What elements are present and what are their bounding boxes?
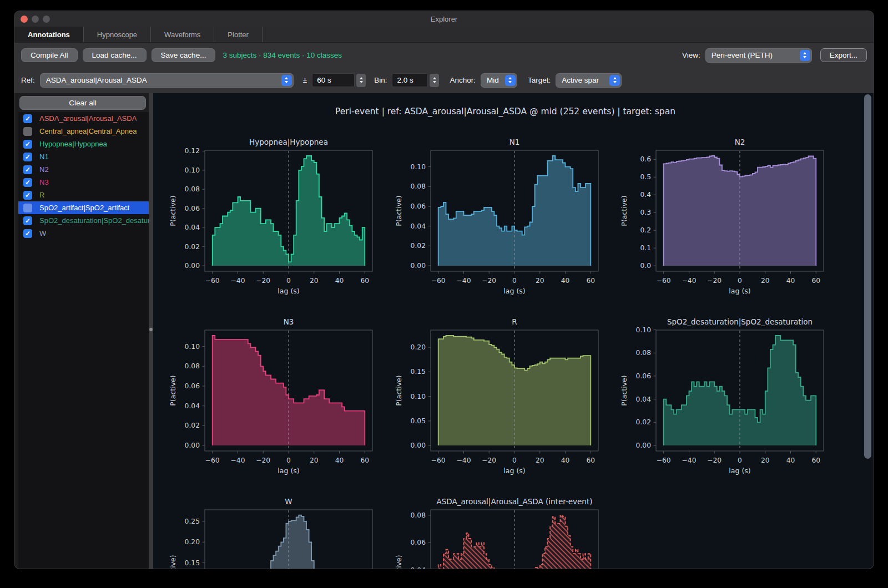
save-cache-button[interactable]: Save cache... [152,48,216,62]
close-window-button[interactable] [21,16,28,23]
chart-n2: N20.00.10.20.30.40.50.6−60−40−200204060l… [604,131,830,311]
svg-text:0.5: 0.5 [640,173,651,181]
svg-text:lag (s): lag (s) [729,287,750,295]
svg-text:0.00: 0.00 [410,262,425,270]
class-label: N3 [39,178,49,186]
anchor-select[interactable]: Mid [481,73,517,88]
checkbox-checked-icon[interactable]: ✓ [23,229,32,238]
svg-text:P(active): P(active) [395,555,403,569]
class-row-n2[interactable]: ✓N2 [18,163,149,176]
svg-text:0.06: 0.06 [410,202,426,210]
checkbox-checked-icon[interactable]: ✓ [23,165,32,174]
window-seconds-input[interactable]: 60 s [312,73,355,87]
class-row-r[interactable]: ✓R [18,189,149,201]
svg-text:0: 0 [286,457,291,464]
load-cache-button[interactable]: Load cache... [83,48,147,62]
svg-text:−20: −20 [482,277,496,285]
class-row-w[interactable]: ✓W [18,227,149,240]
bin-label: Bin: [374,76,387,84]
minimize-window-button[interactable] [32,16,39,23]
svg-text:lag (s): lag (s) [503,467,525,475]
svg-text:0: 0 [512,457,517,464]
class-row-spo2_desaturation[interactable]: ✓SpO2_desaturation|SpO2_desaturation [18,214,149,227]
bin-seconds-stepper[interactable] [430,74,439,87]
target-select[interactable]: Active spar [556,73,622,88]
checkbox-unchecked-icon[interactable] [23,127,32,136]
view-select-value: Peri-event (PETH) [712,51,795,59]
svg-text:0.06: 0.06 [185,382,200,390]
svg-text:Hypopnea|Hypopnea: Hypopnea|Hypopnea [249,138,328,147]
svg-text:60: 60 [360,457,369,464]
clear-all-button[interactable]: Clear all [19,96,146,110]
svg-text:−60: −60 [657,457,671,464]
tab-waveforms[interactable]: Waveforms [151,27,214,42]
chart-hypopnea: Hypopnea|Hypopnea0.000.020.040.060.080.1… [153,131,379,311]
svg-text:0.10: 0.10 [185,343,200,351]
svg-text:−60: −60 [431,457,445,464]
svg-text:20: 20 [535,277,544,285]
svg-text:40: 40 [561,277,569,285]
svg-text:0.10: 0.10 [636,326,651,334]
class-row-asda_arousal[interactable]: ✓ASDA_arousal|Arousal_ASDA [18,112,149,125]
checkbox-unchecked-icon[interactable] [23,204,32,212]
svg-text:60: 60 [811,457,820,464]
svg-text:−60: −60 [431,277,445,285]
pane-splitter[interactable] [149,93,153,569]
svg-text:0: 0 [738,457,742,464]
svg-text:−60: −60 [205,277,220,285]
export-button[interactable]: Export... [820,48,867,62]
bin-seconds-input[interactable]: 2.0 s [392,73,428,87]
class-row-spo2_artifact[interactable]: SpO2_artifact|SpO2_artifact [18,201,149,214]
svg-text:0.3: 0.3 [640,209,651,216]
svg-text:0.20: 0.20 [410,343,425,351]
class-row-hypopnea[interactable]: ✓Hypopnea|Hypopnea [18,138,149,150]
svg-text:0.02: 0.02 [410,242,425,250]
svg-text:0.10: 0.10 [410,393,425,401]
chart-w: W0.000.050.100.150.200.25−60−40−20020406… [153,490,379,569]
chart-n1: N10.000.020.040.060.080.10−60−40−2002040… [379,131,604,311]
svg-text:40: 40 [786,277,795,285]
charts-grid: Hypopnea|Hypopnea0.000.020.040.060.080.1… [153,93,857,569]
svg-text:0.08: 0.08 [410,511,425,519]
svg-text:0.06: 0.06 [410,539,426,546]
checkbox-checked-icon[interactable]: ✓ [23,114,32,123]
tab-plotter[interactable]: Plotter [214,27,263,42]
tab-hypnoscope[interactable]: Hypnoscope [84,27,151,42]
checkbox-checked-icon[interactable]: ✓ [23,153,32,161]
checkbox-checked-icon[interactable]: ✓ [23,140,32,149]
window-seconds-stepper[interactable] [356,74,366,87]
vertical-scrollbar-thumb[interactable] [864,94,871,459]
svg-text:40: 40 [335,277,344,285]
ref-select-value: ASDA_arousal|Arousal_ASDA [46,76,277,84]
svg-text:0.04: 0.04 [185,402,200,410]
view-select[interactable]: Peri-event (PETH) [705,48,812,63]
svg-text:0.05: 0.05 [410,417,425,425]
svg-text:−40: −40 [456,457,471,464]
svg-text:0.15: 0.15 [410,368,425,376]
class-sidebar: Clear all ✓ASDA_arousal|Arousal_ASDACent… [14,93,149,569]
svg-text:40: 40 [335,457,344,464]
svg-text:−40: −40 [456,277,471,285]
toolbar-row-2: Ref: ASDA_arousal|Arousal_ASDA ± 60 s Bi… [14,68,874,93]
svg-text:P(active): P(active) [620,375,628,405]
class-label: N1 [39,153,49,161]
class-row-n3[interactable]: ✓N3 [18,176,149,189]
svg-text:N3: N3 [284,317,294,326]
checkbox-checked-icon[interactable]: ✓ [23,191,32,200]
svg-text:−40: −40 [231,457,245,464]
checkbox-checked-icon[interactable]: ✓ [23,178,32,187]
zoom-window-button[interactable] [43,16,50,23]
svg-text:0.02: 0.02 [636,418,651,426]
ref-select[interactable]: ASDA_arousal|Arousal_ASDA [40,73,294,88]
class-label: R [39,191,44,199]
svg-text:60: 60 [360,277,369,285]
tab-annotations[interactable]: Annotations [14,27,84,42]
svg-text:0.02: 0.02 [185,422,200,429]
checkbox-checked-icon[interactable]: ✓ [23,216,32,225]
compile-all-button[interactable]: Compile All [21,48,78,62]
svg-text:ASDA_arousal|Arousal_ASDA (in: ASDA_arousal|Arousal_ASDA (inter-event) [436,497,592,506]
svg-text:−40: −40 [231,277,245,285]
chevron-up-down-icon [281,75,292,86]
class-row-n1[interactable]: ✓N1 [18,150,149,163]
class-row-central_apnea[interactable]: Central_apnea|Central_Apnea [18,125,149,138]
